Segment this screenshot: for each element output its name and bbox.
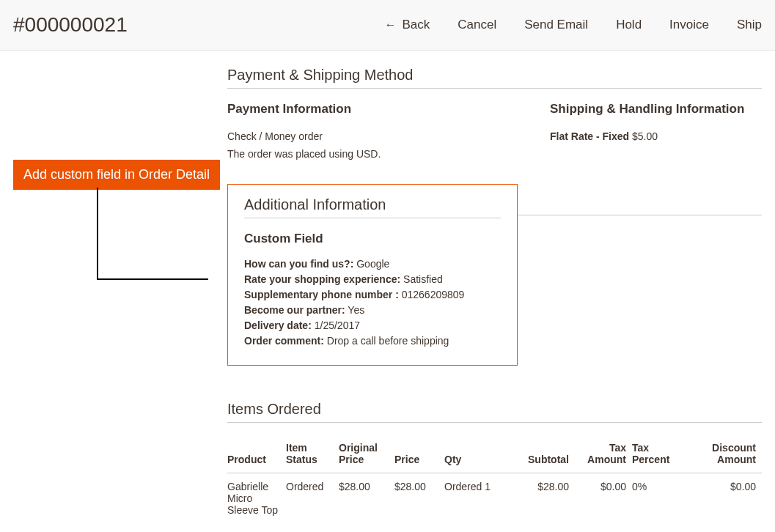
col-tax-percent: Tax Percent bbox=[632, 436, 689, 473]
col-tax-amount: Tax Amount bbox=[575, 436, 632, 473]
payment-info-title: Payment Information bbox=[227, 102, 521, 117]
payment-method: Check / Money order bbox=[227, 128, 521, 146]
items-table: Product Item Status Original Price Price… bbox=[227, 436, 762, 516]
payment-currency-note: The order was placed using USD. bbox=[227, 146, 521, 163]
field-rating-value: Satisfied bbox=[403, 273, 443, 285]
col-price: Price bbox=[394, 436, 444, 473]
col-discount: Discount Amount bbox=[689, 436, 762, 473]
send-email-button[interactable]: Send Email bbox=[524, 18, 588, 32]
cell-orig-price: $28.00 bbox=[339, 473, 394, 516]
cell-subtotal: $28.00 bbox=[510, 473, 575, 516]
field-partner-value: Yes bbox=[348, 304, 364, 316]
field-comment: Order comment: Drop a call before shippi… bbox=[244, 333, 501, 349]
field-rating-label: Rate your shopping experience: bbox=[244, 273, 400, 285]
items-header-row: Product Item Status Original Price Price… bbox=[227, 436, 762, 473]
payment-shipping-row: Payment Information Check / Money order … bbox=[227, 102, 762, 163]
field-find-us-label: How can you find us?: bbox=[244, 258, 353, 270]
field-phone-label: Supplementary phone number : bbox=[244, 289, 399, 300]
field-delivery: Delivery date: 1/25/2017 bbox=[244, 318, 501, 333]
callout-badge: Add custom field in Order Detail bbox=[13, 160, 220, 190]
col-qty: Qty bbox=[444, 436, 510, 473]
items-ordered-title: Items Ordered bbox=[227, 401, 762, 423]
field-phone: Supplementary phone number : 01266209809 bbox=[244, 287, 501, 303]
field-comment-value: Drop a call before shipping bbox=[327, 335, 449, 347]
page-header: #000000021 ← Back Cancel Send Email Hold… bbox=[0, 0, 775, 51]
col-orig-price: Original Price bbox=[339, 436, 394, 473]
field-phone-value: 01266209809 bbox=[402, 289, 465, 300]
field-find-us-value: Google bbox=[356, 258, 389, 270]
col-product: Product bbox=[227, 436, 286, 473]
field-rating: Rate your shopping experience: Satisfied bbox=[244, 272, 501, 287]
header-actions: ← Back Cancel Send Email Hold Invoice Sh… bbox=[384, 18, 762, 32]
cell-qty-label: Ordered bbox=[444, 481, 482, 492]
table-row: Gabrielle Micro Sleeve Top Ordered $28.0… bbox=[227, 473, 762, 516]
custom-field-heading: Custom Field bbox=[244, 232, 501, 246]
ship-button[interactable]: Ship bbox=[737, 18, 762, 32]
invoice-button[interactable]: Invoice bbox=[669, 18, 709, 32]
cell-status: Ordered bbox=[286, 473, 339, 516]
back-button[interactable]: ← Back bbox=[384, 18, 430, 32]
shipping-info-block: Shipping & Handling Information Flat Rat… bbox=[550, 102, 762, 163]
callout-line-vertical bbox=[97, 188, 98, 278]
shipping-rate-amount: $5.00 bbox=[632, 130, 658, 142]
shipping-rate: Flat Rate - Fixed $5.00 bbox=[550, 128, 762, 146]
callout-line-horizontal bbox=[97, 278, 208, 280]
cell-tax-amount: $0.00 bbox=[575, 473, 632, 516]
cell-qty: Ordered 1 bbox=[444, 473, 510, 516]
cell-qty-value: 1 bbox=[485, 481, 491, 492]
field-delivery-value: 1/25/2017 bbox=[315, 319, 360, 331]
cell-product: Gabrielle Micro Sleeve Top bbox=[227, 473, 286, 516]
arrow-left-icon: ← bbox=[384, 19, 396, 31]
additional-info-title-extender bbox=[518, 215, 762, 215]
back-label: Back bbox=[402, 18, 430, 32]
hold-button[interactable]: Hold bbox=[616, 18, 642, 32]
cancel-button[interactable]: Cancel bbox=[458, 18, 496, 32]
col-subtotal: Subtotal bbox=[510, 436, 575, 473]
cell-discount: $0.00 bbox=[689, 473, 762, 516]
main-content: Payment & Shipping Method Payment Inform… bbox=[227, 51, 762, 516]
field-partner-label: Become our partner: bbox=[244, 304, 345, 316]
additional-info-title: Additional Information bbox=[244, 196, 501, 218]
col-status: Item Status bbox=[286, 436, 339, 473]
field-partner: Become our partner: Yes bbox=[244, 303, 501, 318]
items-table-body: Gabrielle Micro Sleeve Top Ordered $28.0… bbox=[227, 473, 762, 516]
items-table-head: Product Item Status Original Price Price… bbox=[227, 436, 762, 473]
shipping-info-title: Shipping & Handling Information bbox=[550, 102, 762, 117]
payment-shipping-title: Payment & Shipping Method bbox=[227, 67, 762, 89]
cell-price: $28.00 bbox=[394, 473, 444, 516]
cell-tax-percent: 0% bbox=[632, 473, 689, 516]
additional-info-box: Additional Information Custom Field How … bbox=[227, 184, 518, 366]
shipping-rate-label: Flat Rate - Fixed bbox=[550, 130, 629, 142]
field-find-us: How can you find us?: Google bbox=[244, 256, 501, 272]
order-number: #000000021 bbox=[13, 13, 128, 37]
field-delivery-label: Delivery date: bbox=[244, 319, 312, 331]
field-comment-label: Order comment: bbox=[244, 335, 324, 347]
payment-info-block: Payment Information Check / Money order … bbox=[227, 102, 521, 163]
